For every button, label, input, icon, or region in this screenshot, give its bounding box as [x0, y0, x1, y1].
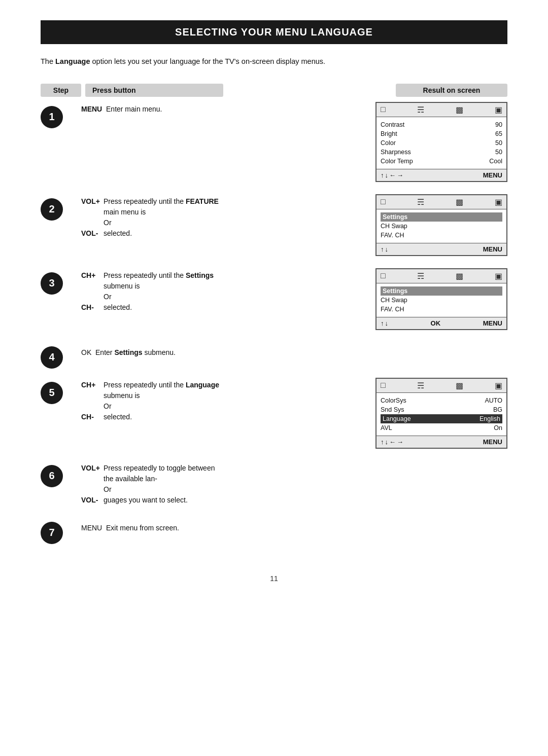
- step-action-3: CH+ Press repeatedly until the Settings …: [81, 268, 223, 313]
- tv-row-contrast: Contrast90: [381, 120, 502, 129]
- tv-menu-label-1: MENU: [483, 171, 502, 179]
- step-row-2: 2 VOL+ Press repeatedly until the FEATUR…: [41, 194, 507, 256]
- tv-icon-lock: ▣: [495, 105, 502, 115]
- step5-desc1: Press repeatedly until the Language subm…: [104, 380, 223, 401]
- tv-row-favch-3: FAV. CH: [381, 305, 502, 314]
- tv-ok-label-3: OK: [431, 319, 441, 327]
- step-number-7: 7: [41, 522, 63, 544]
- step-row-5: 5 CH+ Press repeatedly until the Languag…: [41, 378, 507, 449]
- step3-line1: CH+ Press repeatedly until the Settings …: [81, 270, 223, 292]
- tv-row-sharpness: Sharpness50: [381, 148, 502, 157]
- tv-screen-2-bottom: ↑ ↓ MENU: [376, 243, 506, 255]
- step5-key1: CH+: [81, 380, 100, 390]
- intro-rest: option lets you set your language for th…: [92, 57, 326, 65]
- tv-row-language-hi: LanguageEnglish: [381, 414, 502, 423]
- tv-row-color: Color50: [381, 138, 502, 148]
- tv-menu-label-3: MENU: [483, 319, 502, 327]
- tv-icon-settings: ☴: [417, 105, 424, 115]
- step-result-1: □ ☴ ▩ ▣ Contrast90 Bright65 Color50 Shar…: [223, 102, 507, 182]
- tv-screen-2: □ ☴ ▩ ▣ Settings CH Swap FAV. CH ↑: [375, 194, 507, 256]
- tv-icon-tv: □: [381, 105, 386, 114]
- tv-icon-settings-5: ☴: [417, 381, 424, 390]
- step2-key1: VOL+: [81, 196, 100, 207]
- tv-menu-label-5: MENU: [483, 438, 502, 446]
- tv-icon-signal-2: ▩: [456, 197, 463, 207]
- tv-screen-5: □ ☴ ▩ ▣ ColorSysAUTO Snd SysBG LanguageE…: [375, 378, 507, 449]
- tv-icon-signal-3: ▩: [456, 271, 463, 281]
- tv-screen-5-body: ColorSysAUTO Snd SysBG LanguageEnglish A…: [376, 393, 506, 436]
- tv-screen-3-bottom: ↑ ↓ OK MENU: [376, 317, 506, 329]
- step-result-3: □ ☴ ▩ ▣ Settings CH Swap FAV. CH ↑: [223, 268, 507, 330]
- step3-or: Or: [104, 292, 223, 302]
- tv-row-avl: AVLOn: [381, 423, 502, 433]
- tv-icon-signal-5: ▩: [456, 381, 463, 390]
- tv-row-bright: Bright65: [381, 129, 502, 138]
- tv-screen-1: □ ☴ ▩ ▣ Contrast90 Bright65 Color50 Shar…: [375, 102, 507, 182]
- step3-line2: CH- selected.: [81, 302, 223, 313]
- step-row-7: 7 MENU Exit menu from screen.: [41, 518, 507, 544]
- step-row-1: 1 MENU Enter main menu. □ ☴ ▩ ▣ Contrast…: [41, 102, 507, 182]
- step-action-5: CH+ Press repeatedly until the Language …: [81, 378, 223, 422]
- step-row-4: 4 OK Enter Settings submenu.: [41, 342, 507, 369]
- step-action-4: OK Enter Settings submenu.: [81, 342, 223, 358]
- step4-desc: Enter Settings submenu.: [93, 348, 176, 356]
- tv-screen-1-bottom: ↑ ↓ ← → MENU: [376, 169, 506, 181]
- step6-key1: VOL+: [81, 463, 100, 474]
- tv-icon-tv-5: □: [381, 381, 386, 390]
- step-result-2: □ ☴ ▩ ▣ Settings CH Swap FAV. CH ↑: [223, 194, 507, 256]
- step2-key2: VOL-: [81, 228, 100, 239]
- tv-screen-2-top: □ ☴ ▩ ▣: [376, 195, 506, 209]
- tv-screen-5-bottom: ↑ ↓ ← → MENU: [376, 436, 506, 448]
- tv-icon-tv-3: □: [381, 271, 386, 280]
- tv-screen-3-top: □ ☴ ▩ ▣: [376, 269, 506, 283]
- step-action-1: MENU Enter main menu.: [81, 102, 223, 115]
- tv-icon-lock-2: ▣: [495, 197, 502, 207]
- step5-or: Or: [104, 401, 223, 412]
- step7-key: MENU: [81, 524, 102, 532]
- tv-screen-1-body: Contrast90 Bright65 Color50 Sharpness50 …: [376, 117, 506, 169]
- steps-header: Step Press button Result on screen: [41, 84, 507, 97]
- tv-row-settings-hi-3: Settings: [381, 286, 502, 296]
- step7-desc: Exit menu from screen.: [104, 524, 179, 532]
- step6-line2: VOL- guages you want to select.: [81, 495, 223, 506]
- step-action-7: MENU Exit menu from screen.: [81, 518, 223, 534]
- page-number-value: 11: [270, 574, 278, 583]
- tv-row-colorsys: ColorSysAUTO: [381, 396, 502, 405]
- step-row-6: 6 VOL+ Press repeatedly to toggle betwee…: [41, 461, 507, 506]
- tv-row-favch: FAV. CH: [381, 231, 502, 240]
- step2-line1: VOL+ Press repeatedly until the FEATURE …: [81, 196, 223, 218]
- tv-menu-label-2: MENU: [483, 245, 502, 253]
- step2-desc2: selected.: [104, 228, 223, 239]
- step6-desc1: Press repeatedly to toggle between the a…: [104, 463, 223, 484]
- tv-icon-signal: ▩: [456, 105, 463, 115]
- tv-row-sndsys: Snd SysBG: [381, 405, 502, 414]
- step6-key2: VOL-: [81, 495, 100, 506]
- step3-key1: CH+: [81, 270, 100, 281]
- tv-icon-tv-2: □: [381, 197, 386, 206]
- header-press-label: Press button: [85, 84, 223, 97]
- step5-key2: CH-: [81, 412, 100, 422]
- step-number-6: 6: [41, 465, 63, 487]
- step-number-3: 3: [41, 272, 63, 295]
- step4-key: OK: [81, 348, 91, 356]
- step6-desc2: guages you want to select.: [104, 495, 223, 506]
- tv-row-chswap-3: CH Swap: [381, 296, 502, 305]
- step-number-5: 5: [41, 382, 63, 404]
- step-number-1: 1: [41, 106, 63, 128]
- header-result-label: Result on screen: [396, 84, 507, 97]
- step2-desc1: Press repeatedly until the FEATURE main …: [104, 196, 223, 218]
- tv-row-chswap: CH Swap: [381, 222, 502, 231]
- tv-icon-settings-3: ☴: [417, 271, 424, 281]
- tv-row-colortemp: Color TempCool: [381, 157, 502, 166]
- step5-desc2: selected.: [104, 412, 223, 422]
- tv-screen-3: □ ☴ ▩ ▣ Settings CH Swap FAV. CH ↑: [375, 268, 507, 330]
- step-number-2: 2: [41, 198, 63, 221]
- step1-desc: Enter main menu.: [104, 105, 162, 113]
- tv-screen-1-top: □ ☴ ▩ ▣: [376, 103, 506, 117]
- page-title: SELECTING YOUR MENU LANGUAGE: [52, 26, 496, 38]
- step3-key2: CH-: [81, 302, 100, 313]
- step2-or: Or: [104, 218, 223, 228]
- intro-bold-word: Language: [55, 57, 90, 65]
- tv-screen-2-body: Settings CH Swap FAV. CH: [376, 209, 506, 243]
- intro-paragraph: The Language option lets you set your la…: [41, 56, 507, 67]
